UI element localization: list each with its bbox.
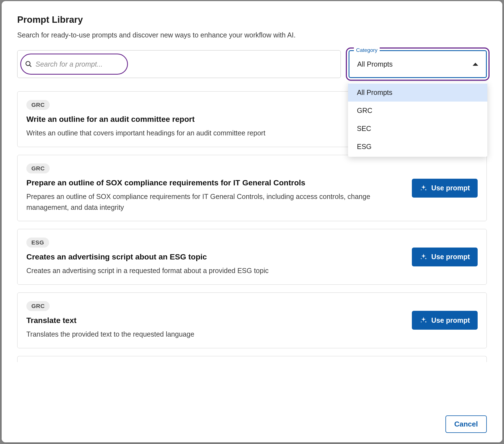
chevron-up-icon [473,63,478,66]
prompt-card[interactable]: GRC Prepare an outline of SOX compliance… [17,155,487,221]
use-prompt-label: Use prompt [431,316,470,324]
use-prompt-button[interactable]: Use prompt [412,248,478,266]
search-field-wrapper[interactable] [17,50,341,78]
category-select-wrapper: Category All Prompts All Prompts GRC SEC… [349,50,487,78]
svg-point-0 [26,61,30,65]
category-tag: GRC [26,163,50,173]
use-prompt-button[interactable]: Use prompt [412,179,478,198]
category-selected-value: All Prompts [357,60,473,68]
prompt-card[interactable]: ESG Creates an advertising script about … [17,229,487,285]
prompt-title: Creates an advertising script about an E… [26,253,405,261]
prompt-description: Creates an advertising script in a reque… [26,265,405,276]
category-option-all[interactable]: All Prompts [348,84,487,102]
category-option-esg[interactable]: ESG [348,138,487,156]
prompt-card-content: GRC Prepare an outline of SOX compliance… [26,163,405,213]
prompt-title: Translate text [26,316,405,325]
prompt-title: Prepare an outline of SOX compliance req… [26,178,405,187]
category-option-sec[interactable]: SEC [348,120,487,138]
category-dropdown: All Prompts GRC SEC ESG [348,82,487,157]
prompt-card-content: GRC Translate text Translates the provid… [26,301,405,340]
modal-body[interactable]: Prompt Library Search for ready-to-use p… [2,1,502,410]
category-tag: GRC [26,301,50,311]
category-tag: GRC [26,100,50,110]
search-icon [25,60,32,68]
search-input[interactable] [36,60,124,68]
category-select[interactable]: Category All Prompts [349,50,487,78]
use-prompt-label: Use prompt [431,184,470,192]
sparkle-icon [420,184,427,192]
category-option-grc[interactable]: GRC [348,102,487,120]
toolbar: Category All Prompts All Prompts GRC SEC… [17,50,487,78]
prompt-description: Translates the provided text to the requ… [26,329,405,340]
prompt-card-content: ESG Creates an advertising script about … [26,238,405,276]
page-title: Prompt Library [17,14,487,25]
prompt-library-modal: Prompt Library Search for ready-to-use p… [2,1,502,442]
search-highlight [20,54,128,75]
cancel-button[interactable]: Cancel [445,415,487,433]
category-tag: ESG [26,238,49,248]
prompt-card-partial [17,356,487,362]
category-label: Category [354,47,380,53]
use-prompt-label: Use prompt [431,253,470,261]
prompt-description: Prepares an outline of SOX compliance re… [26,191,405,213]
modal-footer: Cancel [2,410,502,442]
sparkle-icon [420,316,427,324]
use-prompt-button[interactable]: Use prompt [412,311,478,330]
sparkle-icon [420,253,427,261]
page-subtitle: Search for ready-to-use prompts and disc… [17,31,487,39]
prompt-card[interactable]: GRC Translate text Translates the provid… [17,292,487,348]
svg-line-1 [29,65,31,67]
